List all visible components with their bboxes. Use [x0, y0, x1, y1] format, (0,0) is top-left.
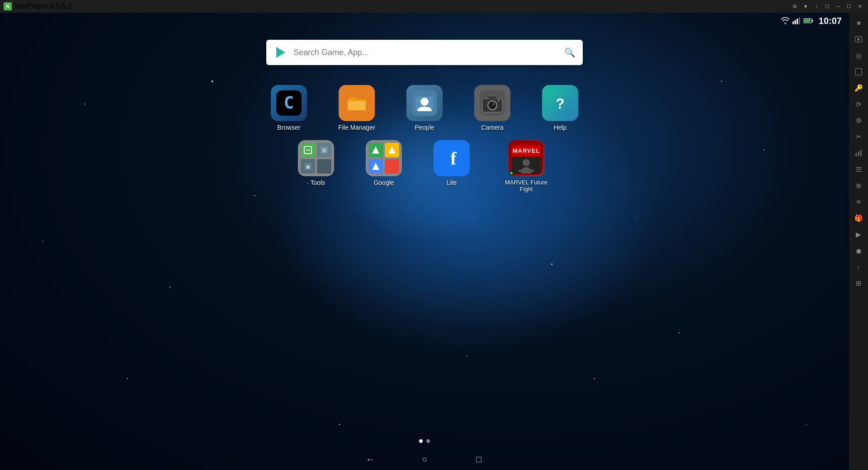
app-tools[interactable]: ⊞ ▦ · Tools [296, 140, 336, 193]
search-input[interactable] [293, 48, 559, 57]
svg-marker-38 [372, 146, 379, 154]
app-google-label: Google [373, 179, 394, 186]
camera-icon [480, 90, 505, 116]
sidebar-chart-icon[interactable] [851, 146, 866, 161]
play-store-icon [274, 45, 288, 60]
app-row-1: C Browser File Manager [269, 85, 580, 131]
svg-text:MARVEL: MARVEL [513, 147, 540, 154]
sidebar-location-icon[interactable]: ◎ [851, 48, 866, 63]
status-time: 10:07 [819, 16, 842, 26]
app-marvel-icon-wrap: MARVEL netmarble [508, 140, 544, 176]
nav-back-button[interactable]: ← [361, 450, 379, 468]
sidebar-refresh-icon[interactable]: ⟳ [851, 97, 866, 112]
help-icon: ? [547, 90, 573, 116]
search-bar: 🔍 [266, 40, 583, 65]
android-screen: 10:07 🔍 [0, 13, 849, 470]
tools-mini-1 [301, 143, 315, 157]
titlebar-minimize[interactable]: ─ [834, 2, 843, 11]
svg-marker-15 [276, 47, 285, 58]
app-help[interactable]: ? Help [540, 85, 580, 131]
page-indicator [419, 439, 430, 443]
svg-rect-13 [812, 20, 813, 22]
android-status-bar: 10:07 [0, 13, 849, 29]
svg-rect-10 [797, 19, 798, 24]
svg-rect-7 [860, 150, 862, 156]
svg-text:N: N [6, 4, 9, 9]
titlebar-close[interactable]: ✕ [855, 2, 864, 11]
nav-recent-button[interactable]: □ [470, 450, 488, 468]
svg-point-28 [493, 103, 495, 105]
svg-text:⊞: ⊞ [322, 148, 326, 153]
svg-marker-40 [372, 163, 379, 170]
sidebar-record-icon[interactable]: ⏺ [851, 243, 866, 258]
tools-mini-3: ▦ [301, 159, 315, 174]
search-button[interactable]: 🔍 [564, 47, 576, 58]
sidebar-settings-icon[interactable]: ⚙ [851, 113, 866, 128]
google-mini-1 [368, 143, 383, 157]
app-lite[interactable]: f Lite [431, 140, 472, 193]
people-icon [412, 90, 437, 116]
titlebar-maximize[interactable]: ☐ [844, 2, 854, 11]
android-nav-bar: ← ○ □ [0, 448, 849, 470]
sidebar-joystick-icon[interactable]: ⊕ [851, 178, 866, 193]
sidebar-grid-icon[interactable]: ⊞ [851, 276, 866, 291]
svg-rect-11 [798, 18, 800, 24]
tools-mini-4 [317, 159, 331, 174]
file-manager-icon [344, 90, 369, 116]
app-people-label: People [415, 124, 434, 131]
svg-point-49 [523, 159, 530, 166]
battery-icon [803, 18, 813, 24]
titlebar: N NoxPlayer 6.0.5.2 ⚙ ▼ ↕ ☐ ─ ☐ ✕ [0, 0, 868, 13]
app-camera[interactable]: Camera [472, 85, 513, 131]
svg-rect-4 [855, 69, 862, 75]
app-google[interactable]: Google [363, 140, 404, 193]
app-row-2: ⊞ ▦ · Tools [296, 140, 553, 193]
svg-rect-5 [855, 153, 857, 156]
sidebar-video-icon[interactable]: ▶ [851, 227, 866, 242]
titlebar-left: N NoxPlayer 6.0.5.2 [4, 2, 72, 10]
wifi-icon [781, 17, 790, 24]
google-mini-3 [368, 159, 383, 174]
sidebar-star-icon[interactable]: ★ [851, 15, 866, 31]
sidebar-gift-icon[interactable]: 🎁 [851, 211, 866, 226]
svg-text:C: C [284, 93, 294, 113]
app-marvel[interactable]: MARVEL netmarble MARVEL Future Fight [499, 140, 553, 193]
tools-mini-2: ⊞ [317, 143, 331, 157]
svg-point-3 [857, 38, 860, 41]
app-browser[interactable]: C Browser [269, 85, 309, 131]
svg-rect-9 [794, 20, 796, 24]
google-mini-4 [385, 159, 399, 174]
stars-effect [0, 13, 849, 470]
sidebar-key-icon[interactable]: 🔑 [851, 80, 866, 96]
titlebar-btn-2[interactable]: ▼ [801, 2, 810, 11]
sidebar-tablet-icon[interactable] [851, 64, 866, 80]
sidebar-screenshot-icon[interactable] [851, 32, 866, 47]
titlebar-btn-3[interactable]: ↕ [812, 2, 821, 11]
svg-rect-8 [793, 22, 794, 24]
app-file-manager[interactable]: File Manager [336, 85, 377, 131]
page-dot-1[interactable] [419, 439, 423, 443]
svg-point-29 [498, 99, 500, 101]
app-grid: C Browser File Manager [0, 85, 849, 193]
sidebar-scissors-icon[interactable]: ✂ [851, 129, 866, 145]
status-icons: 10:07 [781, 16, 842, 26]
right-sidebar: ★ ◎ 🔑 ⟳ ⚙ ✂ ☰ ⊕ ✳ 🎁 ▶ ⏺ ↑ ⊞ [849, 13, 868, 470]
sidebar-asterisk-icon[interactable]: ✳ [851, 194, 866, 210]
svg-text:▦: ▦ [306, 164, 310, 169]
titlebar-btn-4[interactable]: ☐ [823, 2, 832, 11]
sidebar-menu-icon[interactable]: ☰ [851, 162, 866, 177]
app-file-manager-label: File Manager [338, 124, 375, 131]
svg-marker-39 [388, 146, 396, 154]
titlebar-btn-1[interactable]: ⚙ [790, 2, 799, 11]
app-people[interactable]: People [404, 85, 445, 131]
app-tools-label: · Tools [307, 179, 325, 186]
svg-rect-14 [804, 19, 810, 22]
svg-point-21 [420, 98, 429, 106]
sidebar-up-icon[interactable]: ↑ [851, 259, 866, 275]
titlebar-title: NoxPlayer 6.0.5.2 [14, 2, 72, 10]
app-help-label: Help [554, 124, 567, 131]
marvel-icon: MARVEL netmarble [509, 141, 543, 175]
page-dot-2[interactable] [426, 439, 430, 443]
nav-home-button[interactable]: ○ [415, 450, 434, 468]
titlebar-controls: ⚙ ▼ ↕ ☐ ─ ☐ ✕ [790, 2, 864, 11]
